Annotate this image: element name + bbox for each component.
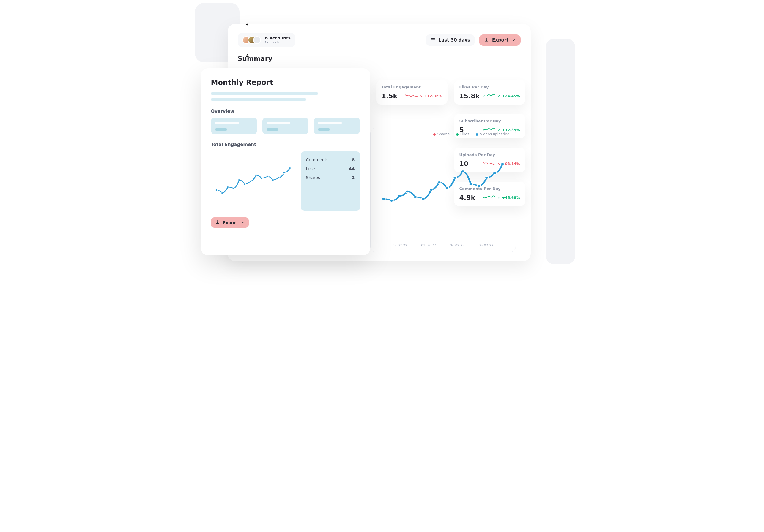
svg-point-3	[398, 195, 401, 197]
decorative-marker: +	[246, 22, 249, 27]
svg-point-24	[255, 174, 257, 176]
stat-delta: ↗ +24.45%	[483, 93, 520, 99]
chart-plot	[375, 146, 511, 237]
report-chart	[211, 151, 295, 211]
svg-point-23	[249, 180, 251, 182]
arrow-down-right-icon: ↘	[419, 94, 422, 98]
svg-point-11	[461, 170, 465, 173]
chevron-down-icon	[241, 220, 245, 225]
export-button[interactable]: Export	[479, 35, 521, 46]
calendar-icon	[430, 37, 436, 43]
sparkline-icon	[405, 93, 418, 99]
skeleton-line	[211, 92, 318, 95]
daterange-button[interactable]: Last 30 days	[426, 35, 475, 46]
svg-point-15	[493, 172, 496, 174]
svg-point-30	[288, 167, 290, 169]
svg-point-7	[429, 189, 433, 191]
svg-point-6	[421, 198, 425, 200]
chevron-down-icon	[512, 38, 516, 42]
avatar	[253, 36, 261, 44]
svg-rect-0	[431, 38, 435, 42]
svg-point-4	[406, 190, 409, 193]
svg-point-26	[266, 176, 268, 177]
download-icon	[484, 37, 489, 43]
svg-point-10	[453, 177, 457, 179]
stat-value: 1.5k	[382, 92, 398, 100]
svg-point-19	[226, 186, 229, 188]
svg-point-17	[215, 189, 217, 191]
svg-point-1	[382, 198, 385, 200]
overview-card	[263, 118, 308, 134]
arrow-up-right-icon: ↗	[497, 94, 500, 98]
dashboard-header: 6 Accounts Connected Last 30 days Export	[238, 33, 521, 47]
stat-label: Likes Per Day	[460, 85, 520, 89]
skeleton-line	[211, 98, 306, 101]
export-label: Export	[223, 220, 238, 225]
svg-point-25	[260, 177, 263, 179]
svg-point-20	[232, 187, 234, 189]
report-export-button[interactable]: Export	[211, 217, 249, 228]
svg-point-27	[272, 179, 274, 181]
back-tile	[546, 39, 575, 264]
total-engagement-heading: Total Engagement	[211, 142, 360, 147]
overview-heading: Overview	[211, 109, 360, 114]
stat-label: Subscriber Per Day	[460, 119, 520, 123]
accounts-count: 6 Accounts	[265, 36, 291, 40]
svg-point-5	[413, 196, 417, 198]
accounts-chip[interactable]: 6 Accounts Connected	[238, 33, 296, 47]
legend-item-comments: Comments 8	[306, 157, 355, 162]
svg-point-29	[283, 172, 285, 173]
overview-card	[211, 118, 257, 134]
avatar-stack	[243, 36, 261, 44]
overview-cards	[211, 118, 360, 134]
svg-point-22	[243, 183, 246, 185]
svg-point-18	[221, 192, 223, 194]
chart-legend: Shares Likes Videos uploaded	[433, 132, 510, 136]
stat-value: 15.8k	[460, 92, 480, 100]
svg-point-28	[277, 177, 279, 178]
svg-point-14	[485, 177, 488, 179]
daterange-label: Last 30 days	[439, 37, 470, 43]
svg-point-21	[238, 179, 240, 181]
accounts-sub: Connected	[265, 40, 291, 44]
stat-total-engagement: Total Engagement 1.5k ↘ +12.32%	[376, 80, 448, 104]
stat-label: Total Engagement	[382, 85, 442, 89]
sparkline-icon	[483, 93, 495, 99]
legend-item-likes: Likes 44	[306, 166, 355, 171]
export-label: Export	[492, 37, 509, 43]
svg-point-13	[477, 185, 480, 187]
chart-x-axis: 02-02-22 03-02-22 04-02-22 05-02-22	[375, 243, 511, 247]
legend-item-shares: Shares 2	[306, 175, 355, 180]
report-title: Monthly Report	[211, 78, 360, 87]
decorative-marker: 4	[246, 54, 249, 58]
svg-point-2	[390, 200, 393, 202]
svg-point-16	[501, 163, 504, 165]
svg-point-8	[437, 181, 441, 184]
svg-point-12	[469, 183, 473, 185]
stat-likes: Likes Per Day 15.8k ↗ +24.45%	[454, 80, 525, 104]
overview-card	[314, 118, 360, 134]
summary-heading: Summary	[238, 55, 521, 63]
svg-point-9	[445, 187, 449, 189]
engagement-chart: Shares Likes Videos uploaded 02-02-22 03…	[370, 128, 516, 252]
stat-delta: ↘ +12.32%	[405, 93, 442, 99]
monthly-report-card: Monthly Report Overview Total Engagement…	[201, 68, 370, 255]
report-legend-panel: Comments 8 Likes 44 Shares 2	[301, 151, 360, 211]
download-icon	[215, 220, 220, 225]
